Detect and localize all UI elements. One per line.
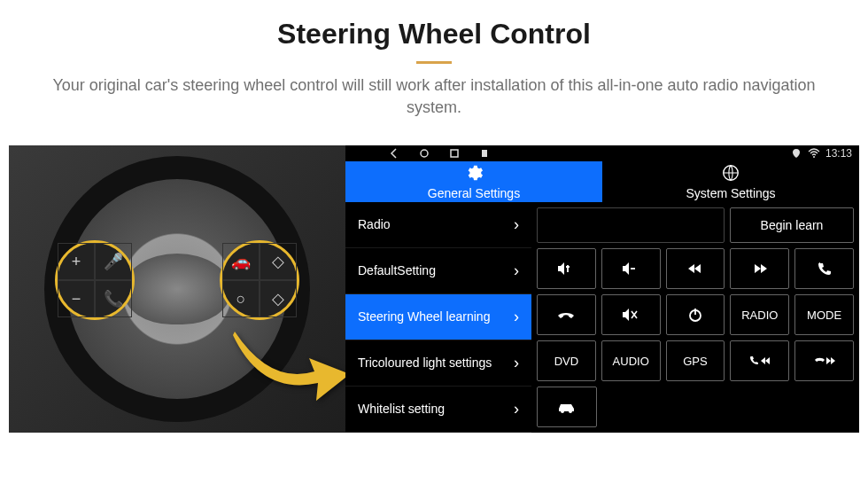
swc-top-row: Begin learn — [537, 207, 854, 243]
chevron-right-icon: › — [514, 354, 519, 372]
status-nav — [353, 147, 491, 160]
app-icon[interactable] — [478, 147, 491, 160]
wheel-btn-r4: ◇ — [260, 280, 297, 317]
menu-default-label: DefaultSetting — [358, 263, 514, 278]
btn-gps[interactable]: GPS — [666, 340, 725, 381]
btn-prev-track[interactable] — [666, 248, 725, 289]
tab-system-label: System Settings — [686, 186, 775, 200]
btn-volume-up[interactable] — [537, 248, 596, 289]
settings-tabs: General Settings System Settings — [345, 161, 859, 202]
chevron-right-icon: › — [514, 308, 519, 326]
btn-radio-label: RADIO — [741, 309, 778, 322]
settings-body: Radio › DefaultSetting › Steering Wheel … — [345, 202, 859, 433]
wheel-btn-plus: + — [58, 243, 95, 280]
pointer-arrow — [226, 323, 345, 402]
page-title: Steering Wheel Control — [0, 18, 868, 51]
swc-input-slot[interactable] — [537, 207, 725, 243]
tab-general-settings[interactable]: General Settings — [345, 161, 602, 202]
menu-whitelist-label: Whitelist setting — [358, 402, 514, 417]
status-time: 13:13 — [825, 147, 852, 160]
wheel-btn-r1: 🚗 — [222, 243, 260, 280]
btn-phone-answer[interactable] — [794, 248, 854, 289]
location-icon — [790, 147, 802, 160]
swc-grid: Begin learn — [531, 202, 859, 433]
btn-mode-label: MODE — [807, 309, 841, 322]
svg-rect-1 — [451, 150, 458, 157]
status-right: 13:13 — [790, 147, 852, 160]
menu-radio-label: Radio — [358, 217, 514, 232]
btn-volume-down[interactable] — [601, 248, 661, 289]
tab-system-settings[interactable]: System Settings — [602, 161, 859, 202]
btn-radio[interactable]: RADIO — [730, 294, 789, 335]
btn-audio-label: AUDIO — [613, 355, 649, 368]
btn-dvd[interactable]: DVD — [537, 340, 596, 381]
svg-rect-2 — [482, 150, 487, 157]
wheel-left-cluster: + 🎤 − 📞 — [55, 240, 135, 320]
btn-dvd-label: DVD — [554, 355, 578, 368]
tab-general-label: General Settings — [428, 186, 520, 200]
svg-point-0 — [421, 150, 428, 157]
btn-phone-prev[interactable] — [730, 340, 789, 381]
svg-point-3 — [813, 156, 815, 158]
wheel-btn-r3: ○ — [222, 280, 260, 317]
wheel-hub — [124, 254, 230, 324]
settings-menu: Radio › DefaultSetting › Steering Wheel … — [345, 202, 531, 433]
begin-learn-button[interactable]: Begin learn — [730, 207, 854, 243]
begin-learn-label: Begin learn — [761, 218, 824, 232]
btn-phone-hangup[interactable] — [537, 294, 596, 335]
menu-tricoloured-light[interactable]: Tricoloured light settings › — [345, 340, 531, 387]
btn-audio[interactable]: AUDIO — [601, 340, 661, 381]
content-row: + 🎤 − 📞 🚗 ◇ ○ ◇ — [9, 145, 859, 491]
gear-icon — [464, 163, 484, 183]
globe-icon — [721, 163, 740, 183]
headunit-screen: 13:13 General Settings System Settings R… — [345, 145, 859, 433]
title-divider — [416, 61, 452, 64]
chevron-right-icon: › — [514, 215, 519, 234]
menu-default-setting[interactable]: DefaultSetting › — [345, 248, 531, 294]
wheel-btn-voice: 🎤 — [95, 243, 132, 280]
wheel-right-cluster: 🚗 ◇ ○ ◇ — [220, 240, 299, 320]
recent-icon[interactable] — [448, 147, 461, 160]
back-icon[interactable] — [388, 147, 400, 160]
home-icon[interactable] — [418, 147, 430, 160]
swc-buttons: RADIO MODE DVD AUDIO GPS — [537, 248, 854, 427]
chevron-right-icon: › — [514, 400, 519, 418]
menu-radio[interactable]: Radio › — [345, 202, 531, 248]
status-bar: 13:13 — [345, 145, 859, 161]
chevron-right-icon: › — [514, 262, 519, 280]
menu-swc-label: Steering Wheel learning — [358, 309, 514, 324]
btn-mute[interactable] — [601, 294, 661, 335]
menu-steering-wheel-learning[interactable]: Steering Wheel learning › — [345, 294, 531, 340]
btn-mode[interactable]: MODE — [794, 294, 854, 335]
menu-tricoloured-label: Tricoloured light settings — [358, 355, 514, 371]
wheel-btn-r2: ◇ — [260, 243, 297, 280]
btn-phone-next[interactable] — [794, 340, 854, 381]
btn-next-track[interactable] — [730, 248, 789, 289]
page-subtitle: Your original car's steering wheel contr… — [27, 74, 841, 119]
btn-car[interactable] — [537, 387, 597, 427]
btn-power[interactable] — [666, 294, 725, 335]
wheel-btn-minus: − — [58, 280, 95, 317]
menu-whitelist[interactable]: Whitelist setting › — [345, 387, 531, 433]
steering-wheel-image: + 🎤 − 📞 🚗 ◇ ○ ◇ — [9, 145, 345, 433]
wheel-btn-phone: 📞 — [95, 280, 132, 317]
wifi-icon — [808, 147, 820, 160]
page-header: Steering Wheel Control Your original car… — [0, 0, 868, 128]
btn-gps-label: GPS — [683, 355, 707, 368]
